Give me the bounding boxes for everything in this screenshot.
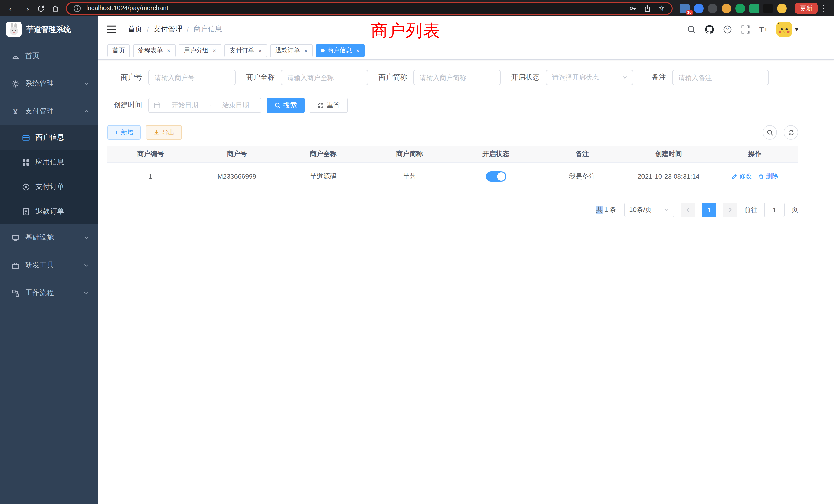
- share-icon[interactable]: [642, 3, 652, 13]
- url-text[interactable]: localhost:1024/pay/merchant: [86, 5, 169, 12]
- calendar-icon: [154, 101, 161, 109]
- status-toggle[interactable]: [486, 171, 506, 181]
- page-size-select[interactable]: 10条/页: [624, 203, 674, 217]
- column-header: 操作: [712, 150, 798, 159]
- start-date-placeholder[interactable]: 开始日期: [164, 100, 206, 110]
- tab-process-form[interactable]: 流程表单 ×: [133, 44, 176, 57]
- sidebar-item-home[interactable]: 首页: [0, 42, 97, 70]
- delete-link[interactable]: 删除: [758, 172, 778, 181]
- sidebar-item-refund-order[interactable]: 退款订单: [0, 199, 97, 224]
- toggle-search-button[interactable]: [763, 125, 777, 140]
- browser-forward-icon[interactable]: →: [20, 2, 33, 15]
- tab-user-group[interactable]: 用户分组 ×: [179, 44, 221, 57]
- remark-input[interactable]: [672, 70, 769, 85]
- next-page-button[interactable]: [723, 203, 738, 217]
- tab-pay-order[interactable]: 支付订单 ×: [224, 44, 267, 57]
- goto-page-input[interactable]: [764, 203, 785, 217]
- extension-icon[interactable]: [763, 3, 773, 13]
- short-name-input[interactable]: [413, 70, 501, 85]
- filter-label: 备注: [652, 73, 672, 82]
- close-icon[interactable]: ×: [167, 47, 171, 54]
- close-icon[interactable]: ×: [213, 47, 216, 54]
- browser-menu-icon[interactable]: ⋮: [818, 4, 829, 13]
- browser-toolbar: ← → localhost:1024/pay/merchant ☆ 10: [0, 0, 834, 17]
- filter-label: 创建时间: [107, 100, 148, 110]
- close-icon[interactable]: ×: [258, 47, 262, 54]
- extension-icon[interactable]: [722, 3, 731, 13]
- tab-merchant-info[interactable]: 商户信息 ×: [316, 44, 365, 57]
- sidebar-item-dev-tools[interactable]: 研发工具: [0, 251, 97, 279]
- cell-short-name: 芋艿: [367, 172, 453, 181]
- browser-back-icon[interactable]: ←: [5, 2, 19, 15]
- sidebar-item-label: 工作流程: [25, 289, 83, 298]
- refresh-table-button[interactable]: [784, 125, 798, 140]
- export-button[interactable]: 导出: [146, 125, 181, 140]
- edit-link[interactable]: 修改: [731, 172, 751, 181]
- app-title: 芋道管理系统: [26, 24, 71, 34]
- page-number-button[interactable]: 1: [702, 203, 717, 217]
- rabbit-logo-icon: [6, 22, 22, 37]
- download-icon: [153, 129, 159, 136]
- search-icon[interactable]: [687, 25, 696, 34]
- tab-home[interactable]: 首页: [107, 44, 130, 57]
- chrome-update-button[interactable]: 更新: [795, 3, 817, 14]
- user-menu[interactable]: ▾: [777, 22, 798, 37]
- bookmark-star-icon[interactable]: ☆: [656, 3, 666, 13]
- app-logo[interactable]: 芋道管理系统: [0, 17, 97, 42]
- search-button[interactable]: 搜索: [266, 97, 305, 113]
- github-icon[interactable]: [705, 25, 714, 34]
- breadcrumb: 首页 / 支付管理 / 商户信息: [128, 25, 222, 34]
- extension-icon[interactable]: [736, 3, 745, 13]
- chevron-down-icon: [622, 74, 628, 81]
- close-icon[interactable]: ×: [304, 47, 308, 54]
- sidebar-item-workflow[interactable]: 工作流程: [0, 279, 97, 307]
- page-annotation: 商户列表: [371, 20, 441, 43]
- site-info-icon[interactable]: [72, 3, 82, 13]
- sidebar-item-pay-order[interactable]: 支付订单: [0, 175, 97, 199]
- browser-home-icon[interactable]: [48, 2, 62, 15]
- sidebar-item-label: 支付管理: [25, 107, 83, 116]
- prev-page-button[interactable]: [681, 203, 695, 217]
- filter-remark: 备注: [652, 70, 769, 85]
- chevron-down-icon: [83, 262, 89, 269]
- breadcrumb-payment[interactable]: 支付管理: [154, 25, 182, 34]
- tags-view-bar: 首页 流程表单 × 用户分组 × 支付订单 × 退款订单 × 商户信息 ×: [97, 42, 834, 60]
- column-header: 创建时间: [626, 150, 712, 159]
- table-toolbar: + 新增 导出: [107, 125, 798, 140]
- avatar[interactable]: [777, 22, 792, 37]
- help-icon[interactable]: ?: [723, 25, 732, 34]
- extension-icon[interactable]: [708, 3, 718, 13]
- font-size-icon[interactable]: TT: [759, 25, 768, 34]
- sidebar-item-merchant-info[interactable]: 商户信息: [0, 125, 97, 150]
- address-bar[interactable]: localhost:1024/pay/merchant ☆: [66, 2, 673, 15]
- extension-icon[interactable]: [749, 3, 759, 13]
- extension-badge: 10: [686, 9, 693, 15]
- sidebar-item-payment[interactable]: ¥ 支付管理: [0, 97, 97, 125]
- reset-button[interactable]: 重置: [310, 97, 348, 113]
- add-button[interactable]: + 新增: [107, 125, 140, 140]
- browser-profile-avatar[interactable]: [777, 3, 787, 13]
- search-icon: [766, 129, 773, 136]
- password-key-icon[interactable]: [628, 3, 638, 13]
- breadcrumb-home[interactable]: 首页: [128, 25, 142, 34]
- tab-refund-order[interactable]: 退款订单 ×: [270, 44, 313, 57]
- sidebar-item-app-info[interactable]: 应用信息: [0, 150, 97, 175]
- card-icon: [22, 134, 30, 142]
- table-row: 1 M233666999 芋道源码 芋艿 我是备注 2021-10-23 08:…: [107, 163, 798, 190]
- sidebar-item-system[interactable]: 系统管理: [0, 70, 97, 97]
- extension-icon[interactable]: [694, 3, 704, 13]
- date-range-picker[interactable]: 开始日期 - 结束日期: [148, 97, 261, 113]
- fullscreen-icon[interactable]: [741, 25, 750, 34]
- merchant-no-input[interactable]: [148, 70, 236, 85]
- extension-icon[interactable]: 10: [680, 3, 690, 13]
- sidebar-item-infrastructure[interactable]: 基础设施: [0, 224, 97, 251]
- goto-label: 前往: [744, 205, 758, 214]
- end-date-placeholder[interactable]: 结束日期: [215, 100, 256, 110]
- status-select[interactable]: 请选择开启状态: [546, 70, 633, 85]
- column-header: 商户编号: [107, 150, 194, 159]
- browser-reload-icon[interactable]: [34, 2, 47, 15]
- reset-button-label: 重置: [327, 100, 340, 110]
- hamburger-icon[interactable]: [106, 25, 116, 34]
- close-icon[interactable]: ×: [356, 47, 359, 54]
- full-name-input[interactable]: [281, 70, 368, 85]
